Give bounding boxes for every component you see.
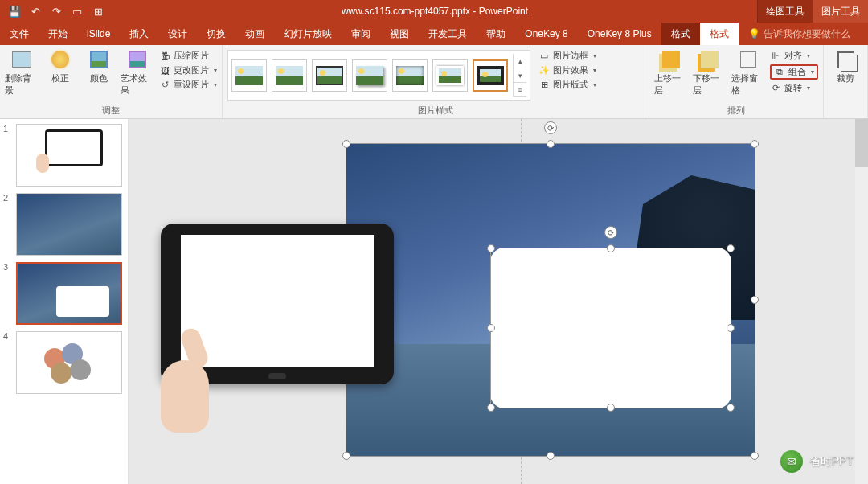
chevron-down-icon[interactable]: ▾ bbox=[514, 68, 526, 83]
resize-handle[interactable] bbox=[607, 404, 615, 412]
change-picture-icon: 🖼 bbox=[159, 65, 170, 76]
slide-4-preview bbox=[16, 331, 122, 394]
tab-view[interactable]: 视图 bbox=[380, 23, 419, 45]
tab-islide[interactable]: iSlide bbox=[77, 23, 120, 45]
group-icon: ⧉ bbox=[774, 67, 785, 78]
tab-onekey8plus[interactable]: OneKey 8 Plus bbox=[578, 23, 661, 45]
tab-insert[interactable]: 插入 bbox=[120, 23, 158, 45]
resize-handle[interactable] bbox=[727, 324, 735, 332]
style-thumb[interactable] bbox=[352, 59, 387, 92]
qat-customize-icon[interactable]: ⊞ bbox=[90, 3, 106, 19]
resize-handle[interactable] bbox=[487, 244, 495, 252]
tab-file[interactable]: 文件 bbox=[0, 23, 39, 45]
corrections-button[interactable]: 校正 bbox=[43, 48, 77, 84]
chevron-up-icon[interactable]: ▴ bbox=[514, 54, 526, 68]
undo-icon[interactable]: ↶ bbox=[27, 3, 43, 19]
tab-review[interactable]: 审阅 bbox=[342, 23, 380, 45]
tab-design[interactable]: 设计 bbox=[158, 23, 197, 45]
tab-help[interactable]: 帮助 bbox=[477, 23, 515, 45]
style-thumb-selected[interactable] bbox=[473, 59, 508, 92]
resize-handle[interactable] bbox=[727, 404, 735, 412]
artistic-effects-button[interactable]: 艺术效果 bbox=[121, 48, 154, 96]
resize-handle[interactable] bbox=[751, 296, 759, 304]
tab-animations[interactable]: 动画 bbox=[235, 23, 274, 45]
group-label-styles: 图片样式 bbox=[227, 103, 644, 117]
tab-slideshow[interactable]: 幻灯片放映 bbox=[274, 23, 342, 45]
resize-handle[interactable] bbox=[487, 404, 495, 412]
gallery-more-icon[interactable]: ≡ bbox=[514, 83, 526, 97]
resize-handle[interactable] bbox=[751, 452, 759, 460]
slide-thumbnail-active[interactable]: 3 bbox=[3, 262, 125, 325]
resize-handle[interactable] bbox=[607, 244, 615, 252]
rotate-button[interactable]: ⟳旋转▾ bbox=[770, 82, 818, 94]
align-button[interactable]: ⊪对齐▾ bbox=[770, 50, 818, 62]
send-backward-button[interactable]: 下移一层 bbox=[693, 48, 727, 96]
bring-forward-button[interactable]: 上移一层 bbox=[654, 48, 688, 96]
redo-icon[interactable]: ↷ bbox=[48, 3, 64, 19]
crop-button[interactable]: 裁剪 bbox=[829, 48, 862, 84]
tab-picture-format[interactable]: 格式 bbox=[700, 23, 739, 45]
picture-effects-button[interactable]: ✨图片效果▾ bbox=[538, 64, 596, 76]
contextual-tabs: 绘图工具 图片工具 bbox=[757, 0, 868, 23]
save-icon[interactable]: 💾 bbox=[6, 3, 23, 19]
group-objects-button[interactable]: ⧉组合▾ bbox=[770, 64, 818, 80]
compress-pictures-button[interactable]: 🗜压缩图片 bbox=[159, 50, 217, 62]
group-picture-styles: ▴▾≡ ▭图片边框▾ ✨图片效果▾ ⊞图片版式▾ 图片样式 bbox=[223, 45, 649, 118]
resize-handle[interactable] bbox=[342, 140, 350, 148]
picture-tools-tab-header: 图片工具 bbox=[813, 0, 868, 23]
slide-thumbnail[interactable]: 2 bbox=[3, 193, 125, 256]
tell-me-search[interactable]: 💡 告诉我你想要做什么 bbox=[748, 27, 850, 41]
tablet-home-button-icon bbox=[268, 373, 286, 379]
rotate-handle[interactable]: ⟳ bbox=[544, 121, 557, 134]
slide-canvas[interactable]: ⟳ ⟳ bbox=[129, 119, 868, 484]
start-from-beginning-icon[interactable]: ▭ bbox=[69, 3, 85, 19]
resize-handle[interactable] bbox=[487, 324, 495, 332]
resize-handle[interactable] bbox=[751, 140, 759, 148]
chevron-down-icon: ▾ bbox=[811, 68, 814, 76]
selection-pane-button[interactable]: 选择窗格 bbox=[731, 48, 765, 96]
tab-transitions[interactable]: 切换 bbox=[197, 23, 235, 45]
layout-icon: ⊞ bbox=[538, 80, 550, 91]
picture-border-button[interactable]: ▭图片边框▾ bbox=[538, 50, 596, 62]
color-button[interactable]: 颜色 bbox=[82, 48, 116, 84]
scrollbar-thumb[interactable] bbox=[855, 119, 868, 167]
reset-picture-button[interactable]: ↺重设图片▾ bbox=[159, 79, 217, 91]
style-thumb[interactable] bbox=[272, 59, 307, 92]
slide-thumbnail[interactable]: 1 bbox=[3, 124, 125, 187]
tab-home[interactable]: 开始 bbox=[39, 23, 77, 45]
shape-selection-outline[interactable]: ⟳ bbox=[490, 248, 731, 408]
resize-handle[interactable] bbox=[547, 452, 555, 460]
chevron-down-icon: ▾ bbox=[807, 52, 810, 59]
resize-handle[interactable] bbox=[727, 244, 735, 252]
group-label-arrange: 排列 bbox=[654, 103, 818, 117]
slide-thumbnails-pane[interactable]: 1 2 3 4 bbox=[0, 119, 129, 484]
hand-graphic bbox=[145, 320, 217, 433]
style-thumb[interactable] bbox=[432, 59, 468, 92]
tab-developer[interactable]: 开发工具 bbox=[419, 23, 477, 45]
gallery-scroll[interactable]: ▴▾≡ bbox=[513, 54, 526, 97]
artistic-effects-icon bbox=[126, 48, 149, 71]
style-thumb[interactable] bbox=[392, 59, 428, 92]
chevron-down-icon: ▾ bbox=[593, 52, 596, 59]
resize-handle[interactable] bbox=[342, 452, 350, 460]
remove-background-icon bbox=[10, 48, 33, 71]
vertical-scrollbar[interactable] bbox=[855, 119, 868, 484]
rotate-handle[interactable]: ⟳ bbox=[604, 226, 617, 239]
picture-styles-gallery[interactable]: ▴▾≡ bbox=[227, 50, 530, 101]
slide-thumbnail[interactable]: 4 bbox=[3, 331, 125, 394]
slide-1-preview bbox=[16, 124, 122, 187]
align-icon: ⊪ bbox=[770, 51, 781, 62]
change-picture-button[interactable]: 🖼更改图片▾ bbox=[159, 64, 217, 76]
chevron-down-icon: ▾ bbox=[214, 81, 217, 88]
style-thumb[interactable] bbox=[231, 59, 267, 92]
crop-icon bbox=[834, 48, 857, 71]
tab-onekey8[interactable]: OneKey 8 bbox=[515, 23, 577, 45]
tab-drawing-format[interactable]: 格式 bbox=[661, 23, 700, 45]
remove-background-button[interactable]: 删除背景 bbox=[5, 48, 39, 96]
window-title: www.sc115.com-ppt4057.pptx - PowerPoint bbox=[113, 6, 757, 17]
picture-layout-button[interactable]: ⊞图片版式▾ bbox=[538, 79, 596, 91]
compress-icon: 🗜 bbox=[159, 51, 170, 62]
resize-handle[interactable] bbox=[547, 140, 555, 148]
style-thumb[interactable] bbox=[312, 59, 347, 92]
app-name: PowerPoint bbox=[479, 6, 528, 17]
